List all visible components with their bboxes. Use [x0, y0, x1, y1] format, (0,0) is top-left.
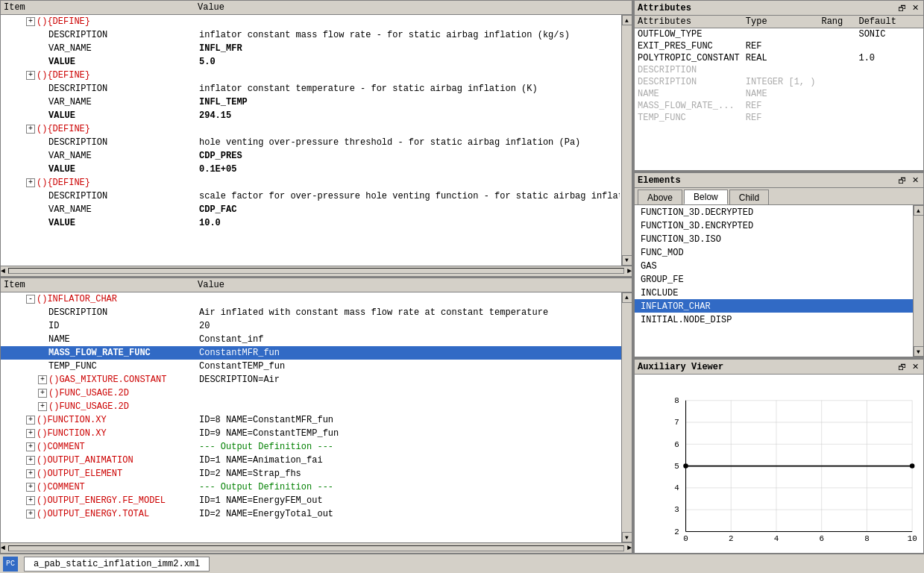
hscroll-track[interactable] — [8, 268, 624, 274]
table-row[interactable]: VALUE 0.1E+05 — [1, 163, 621, 176]
attr-row[interactable]: MASS_FLOW_RATE_... REF — [635, 100, 923, 112]
list-item[interactable]: FUNCTION_3D.DECRYPTED — [635, 205, 913, 219]
close-btn[interactable]: ✕ — [911, 175, 920, 185]
expand-btn[interactable]: + — [26, 416, 35, 425]
expand-btn[interactable]: + — [26, 71, 35, 80]
bottom-vscrollbar[interactable]: ▲ ▼ — [621, 292, 632, 543]
expand-btn[interactable]: + — [38, 402, 47, 411]
restore-btn[interactable]: 🗗 — [896, 4, 908, 13]
list-item[interactable]: INITIAL.NODE_DISP — [635, 313, 913, 326]
file-tab[interactable]: a_pab_static_inflation_imm2.xml — [24, 557, 210, 572]
close-btn[interactable]: ✕ — [911, 362, 920, 372]
attr-row[interactable]: DESCRIPTION INTEGER [1, ) — [635, 76, 923, 88]
expand-btn[interactable]: + — [26, 429, 35, 438]
top-tree-content[interactable]: +(){DEFINE} DESCRIPTION inflator constan… — [1, 15, 621, 266]
table-row[interactable]: DESCRIPTION Air inflated with constant m… — [1, 306, 621, 319]
tab-below[interactable]: Below — [684, 190, 728, 204]
scroll-up-arrow[interactable]: ▲ — [622, 15, 632, 25]
bottom-tree-content[interactable]: -()INFLATOR_CHAR DESCRIPTION Air inflate… — [1, 292, 621, 543]
svg-text:4: 4 — [674, 483, 679, 492]
table-row[interactable]: VAR_NAME INFL_MFR — [1, 42, 621, 55]
table-row[interactable]: VALUE 294.15 — [1, 109, 621, 122]
restore-btn[interactable]: 🗗 — [896, 176, 908, 185]
expand-btn[interactable]: + — [26, 469, 35, 478]
table-row[interactable]: +()FUNC_USAGE.2D — [1, 400, 621, 413]
list-item[interactable]: GROUP_FE — [635, 272, 913, 286]
table-row[interactable]: +()OUTPUT_ENERGY.TOTAL ID=2 NAME=EnergyT… — [1, 507, 621, 521]
scroll-track[interactable] — [623, 25, 632, 255]
table-row[interactable]: +(){DEFINE} — [1, 122, 621, 136]
scroll-track[interactable] — [914, 216, 923, 346]
expand-btn[interactable]: + — [26, 178, 35, 187]
scroll-up-arrow[interactable]: ▲ — [622, 292, 632, 303]
scroll-down-arrow[interactable]: ▼ — [622, 532, 632, 542]
table-row[interactable]: +()COMMENT --- Output Definition --- — [1, 440, 621, 454]
table-row[interactable]: +()OUTPUT_ENERGY.FE_MODEL ID=1 NAME=Ener… — [1, 494, 621, 507]
expand-btn[interactable]: + — [26, 125, 35, 134]
tab-child[interactable]: Child — [729, 190, 769, 204]
list-item[interactable]: GAS — [635, 259, 913, 272]
table-row[interactable]: DESCRIPTION hole venting over-pressure t… — [1, 136, 621, 149]
top-hscrollbar[interactable]: ◄ ► — [1, 266, 632, 276]
expand-btn[interactable]: + — [26, 483, 35, 492]
elements-vscrollbar[interactable]: ▲ ▼ — [913, 205, 923, 357]
top-vscrollbar[interactable]: ▲ ▼ — [621, 15, 632, 266]
table-row[interactable]: VAR_NAME CDP_FAC — [1, 203, 621, 216]
hscroll-right[interactable]: ► — [627, 544, 632, 552]
table-row[interactable]: +()GAS_MIXTURE.CONSTANT DESCRIPTION=Air — [1, 373, 621, 386]
table-row[interactable]: +()OUTPUT_ANIMATION ID=1 NAME=Animation_… — [1, 454, 621, 467]
attr-row[interactable]: TEMP_FUNC REF — [635, 112, 923, 124]
table-row[interactable]: -()INFLATOR_CHAR — [1, 292, 621, 306]
tab-above[interactable]: Above — [638, 190, 682, 204]
table-row[interactable]: ID 20 — [1, 319, 621, 333]
expand-btn[interactable]: + — [38, 375, 47, 384]
expand-btn[interactable]: + — [26, 456, 35, 465]
attr-row[interactable]: OUTFLOW_TYPE SONIC — [635, 28, 923, 41]
expand-btn[interactable]: - — [26, 295, 35, 304]
expand-btn[interactable]: + — [26, 510, 35, 519]
table-row[interactable]: TEMP_FUNC ConstantTEMP_fun — [1, 360, 621, 373]
scroll-down-arrow[interactable]: ▼ — [914, 346, 924, 357]
table-row[interactable]: DESCRIPTION inflator constant mass flow … — [1, 28, 621, 42]
list-item[interactable]: INCLUDE — [635, 286, 913, 299]
close-btn[interactable]: ✕ — [911, 3, 920, 13]
hscroll-left[interactable]: ◄ — [1, 544, 5, 552]
attr-row[interactable]: NAME NAME — [635, 88, 923, 100]
table-row[interactable]: VALUE 5.0 — [1, 55, 621, 69]
table-row[interactable]: NAME Constant_inf — [1, 333, 621, 346]
table-row[interactable]: DESCRIPTION scale factor for over-pressu… — [1, 190, 621, 203]
table-row[interactable]: VAR_NAME CDP_PRES — [1, 149, 621, 163]
attr-row[interactable]: DESCRIPTION — [635, 64, 923, 76]
table-row[interactable]: VALUE 10.0 — [1, 216, 621, 230]
elements-list[interactable]: FUNCTION_3D.DECRYPTED FUNCTION_3D.ENCRYP… — [635, 205, 913, 357]
expand-btn[interactable]: + — [38, 389, 47, 398]
table-row[interactable]: +(){DEFINE} — [1, 176, 621, 190]
attr-row[interactable]: POLYTROPIC_CONSTANT REAL 1.0 — [635, 52, 923, 64]
hscroll-right[interactable]: ► — [627, 267, 632, 275]
hscroll-track[interactable] — [8, 545, 624, 551]
expand-btn[interactable]: + — [26, 496, 35, 505]
expand-btn[interactable]: + — [26, 17, 35, 26]
attr-row[interactable]: EXIT_PRES_FUNC REF — [635, 40, 923, 52]
expand-btn[interactable]: + — [26, 442, 35, 451]
scroll-track[interactable] — [623, 303, 632, 533]
table-row[interactable]: +()OUTPUT_ELEMENT ID=2 NAME=Strap_fhs — [1, 467, 621, 480]
bottom-hscrollbar[interactable]: ◄ ► — [1, 542, 632, 553]
table-row-selected[interactable]: MASS_FLOW_RATE_FUNC ConstantMFR_fun — [1, 346, 621, 360]
restore-btn[interactable]: 🗗 — [896, 363, 908, 372]
table-row[interactable]: DESCRIPTION inflator constant temperatur… — [1, 82, 621, 96]
list-item-selected[interactable]: INFLATOR_CHAR — [635, 299, 913, 313]
table-row[interactable]: +()FUNCTION.XY ID=8 NAME=ConstantMFR_fun — [1, 413, 621, 427]
list-item[interactable]: FUNCTION_3D.ISO — [635, 232, 913, 245]
table-row[interactable]: VAR_NAME INFL_TEMP — [1, 96, 621, 109]
hscroll-left[interactable]: ◄ — [1, 267, 5, 275]
table-row[interactable]: +(){DEFINE} — [1, 69, 621, 82]
table-row[interactable]: +()FUNC_USAGE.2D — [1, 386, 621, 400]
table-row[interactable]: +()COMMENT --- Output Definition --- — [1, 480, 621, 494]
list-item[interactable]: FUNC_MOD — [635, 245, 913, 259]
table-row[interactable]: +(){DEFINE} — [1, 15, 621, 28]
scroll-up-arrow[interactable]: ▲ — [914, 205, 924, 216]
scroll-down-arrow[interactable]: ▼ — [622, 255, 632, 266]
list-item[interactable]: FUNCTION_3D.ENCRYPTED — [635, 219, 913, 232]
table-row[interactable]: +()FUNCTION.XY ID=9 NAME=ConstantTEMP_fu… — [1, 427, 621, 440]
